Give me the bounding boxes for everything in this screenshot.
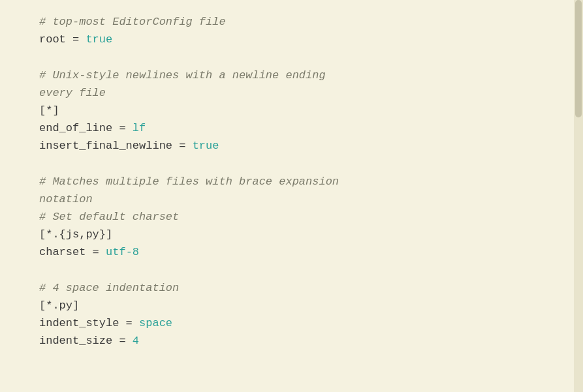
scrollbar-thumb[interactable] bbox=[575, 0, 582, 117]
line-1: # top-most EditorConfig file bbox=[39, 13, 563, 31]
value-4: 4 bbox=[133, 335, 139, 347]
blank-3 bbox=[39, 262, 563, 279]
line-12: # Set default charset bbox=[39, 208, 563, 226]
value-utf8: utf-8 bbox=[106, 246, 139, 258]
blank-1 bbox=[39, 48, 563, 66]
line-7: end_of_line = lf bbox=[39, 119, 563, 137]
line-19: indent_size = 4 bbox=[39, 332, 563, 350]
value-space: space bbox=[139, 317, 172, 329]
code-editor: # top-most EditorConfig file root = true… bbox=[0, 0, 583, 392]
code-content: # top-most EditorConfig file root = true… bbox=[39, 13, 563, 350]
line-16: # 4 space indentation bbox=[39, 279, 563, 297]
value-true-2: true bbox=[193, 140, 219, 152]
value-true-1: true bbox=[86, 33, 112, 46]
line-5: every file bbox=[39, 84, 563, 102]
line-4: # Unix-style newlines with a newline end… bbox=[39, 67, 563, 84]
line-11: notation bbox=[39, 190, 563, 208]
line-13: [*.{js,py}] bbox=[39, 226, 563, 243]
line-2: root = true bbox=[39, 31, 563, 48]
line-10: # Matches multiple files with brace expa… bbox=[39, 173, 563, 190]
scrollbar[interactable] bbox=[574, 0, 583, 392]
line-8: insert_final_newline = true bbox=[39, 137, 563, 155]
blank-2 bbox=[39, 155, 563, 173]
line-17: [*.py] bbox=[39, 297, 563, 314]
line-18: indent_style = space bbox=[39, 314, 563, 332]
value-lf: lf bbox=[133, 122, 146, 134]
line-6: [*] bbox=[39, 102, 563, 119]
line-14: charset = utf-8 bbox=[39, 243, 563, 261]
